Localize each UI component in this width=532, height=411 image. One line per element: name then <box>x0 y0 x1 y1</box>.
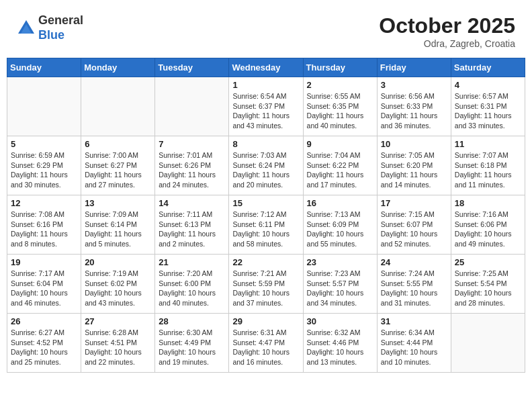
logo: General Blue <box>17 13 83 42</box>
calendar-day-cell: 26Sunrise: 6:27 AM Sunset: 4:52 PM Dayli… <box>7 314 81 373</box>
day-info: Sunrise: 7:25 AM Sunset: 5:54 PM Dayligh… <box>455 269 521 308</box>
calendar-day-cell <box>451 314 525 373</box>
day-info: Sunrise: 6:28 AM Sunset: 4:51 PM Dayligh… <box>85 328 151 367</box>
calendar-day-cell: 22Sunrise: 7:21 AM Sunset: 5:59 PM Dayli… <box>229 255 303 314</box>
title-block: October 2025 Odra, Zagreb, Croatia <box>379 13 515 49</box>
calendar-day-cell: 6Sunrise: 7:00 AM Sunset: 6:27 PM Daylig… <box>81 136 155 195</box>
calendar-day-header: Monday <box>81 58 155 77</box>
calendar-day-cell: 23Sunrise: 7:23 AM Sunset: 5:57 PM Dayli… <box>303 255 377 314</box>
day-number: 24 <box>381 257 447 267</box>
day-number: 2 <box>307 80 373 90</box>
day-number: 11 <box>455 139 521 149</box>
day-number: 30 <box>307 316 373 326</box>
day-info: Sunrise: 6:56 AM Sunset: 6:33 PM Dayligh… <box>381 91 447 131</box>
day-number: 28 <box>159 316 225 326</box>
day-info: Sunrise: 7:21 AM Sunset: 5:59 PM Dayligh… <box>232 269 299 308</box>
day-info: Sunrise: 7:09 AM Sunset: 6:14 PM Dayligh… <box>85 210 151 249</box>
calendar-day-cell: 12Sunrise: 7:08 AM Sunset: 6:16 PM Dayli… <box>7 195 81 255</box>
calendar-day-cell: 19Sunrise: 7:17 AM Sunset: 6:04 PM Dayli… <box>7 255 81 314</box>
day-number: 9 <box>307 139 373 149</box>
calendar-day-cell: 9Sunrise: 7:04 AM Sunset: 6:22 PM Daylig… <box>303 136 377 195</box>
calendar-day-header: Sunday <box>7 58 81 77</box>
page-header: General Blue October 2025 Odra, Zagreb, … <box>7 7 525 52</box>
calendar-day-cell: 13Sunrise: 7:09 AM Sunset: 6:14 PM Dayli… <box>81 195 155 255</box>
calendar-day-cell: 11Sunrise: 7:07 AM Sunset: 6:18 PM Dayli… <box>451 136 525 195</box>
calendar-header-row: SundayMondayTuesdayWednesdayThursdayFrid… <box>7 58 525 77</box>
day-number: 26 <box>11 316 77 326</box>
day-info: Sunrise: 7:15 AM Sunset: 6:07 PM Dayligh… <box>381 210 447 249</box>
calendar-day-cell: 24Sunrise: 7:24 AM Sunset: 5:55 PM Dayli… <box>377 255 451 314</box>
calendar-day-cell <box>155 77 229 136</box>
day-number: 6 <box>85 139 151 149</box>
calendar-week-row: 12Sunrise: 7:08 AM Sunset: 6:16 PM Dayli… <box>7 195 525 255</box>
calendar-day-cell: 28Sunrise: 6:30 AM Sunset: 4:49 PM Dayli… <box>155 314 229 373</box>
day-info: Sunrise: 6:54 AM Sunset: 6:37 PM Dayligh… <box>232 91 299 131</box>
day-number: 16 <box>307 198 373 208</box>
calendar-day-header: Thursday <box>303 58 377 77</box>
calendar-day-cell: 10Sunrise: 7:05 AM Sunset: 6:20 PM Dayli… <box>377 136 451 195</box>
day-number: 15 <box>232 198 299 208</box>
day-info: Sunrise: 6:55 AM Sunset: 6:35 PM Dayligh… <box>307 91 373 131</box>
day-number: 7 <box>159 139 225 149</box>
calendar-day-cell: 29Sunrise: 6:31 AM Sunset: 4:47 PM Dayli… <box>229 314 303 373</box>
day-info: Sunrise: 7:20 AM Sunset: 6:00 PM Dayligh… <box>159 269 225 308</box>
logo-blue-text: Blue <box>38 28 64 42</box>
calendar-day-cell <box>81 77 155 136</box>
calendar-day-cell: 8Sunrise: 7:03 AM Sunset: 6:24 PM Daylig… <box>229 136 303 195</box>
day-info: Sunrise: 7:00 AM Sunset: 6:27 PM Dayligh… <box>85 150 151 190</box>
day-info: Sunrise: 7:12 AM Sunset: 6:11 PM Dayligh… <box>232 210 299 249</box>
day-info: Sunrise: 6:34 AM Sunset: 4:44 PM Dayligh… <box>381 328 447 367</box>
day-number: 25 <box>455 257 521 267</box>
day-info: Sunrise: 7:05 AM Sunset: 6:20 PM Dayligh… <box>381 150 447 190</box>
calendar-day-cell: 30Sunrise: 6:32 AM Sunset: 4:46 PM Dayli… <box>303 314 377 373</box>
day-info: Sunrise: 7:16 AM Sunset: 6:06 PM Dayligh… <box>455 210 521 249</box>
calendar-week-row: 1Sunrise: 6:54 AM Sunset: 6:37 PM Daylig… <box>7 77 525 136</box>
day-info: Sunrise: 7:03 AM Sunset: 6:24 PM Dayligh… <box>232 150 299 190</box>
day-number: 3 <box>381 80 447 90</box>
calendar-day-cell: 20Sunrise: 7:19 AM Sunset: 6:02 PM Dayli… <box>81 255 155 314</box>
day-number: 27 <box>85 316 151 326</box>
day-number: 21 <box>159 257 225 267</box>
day-info: Sunrise: 6:27 AM Sunset: 4:52 PM Dayligh… <box>11 328 77 367</box>
location-text: Odra, Zagreb, Croatia <box>379 38 515 49</box>
day-info: Sunrise: 7:08 AM Sunset: 6:16 PM Dayligh… <box>11 210 77 249</box>
calendar-day-cell: 27Sunrise: 6:28 AM Sunset: 4:51 PM Dayli… <box>81 314 155 373</box>
calendar-day-cell: 14Sunrise: 7:11 AM Sunset: 6:13 PM Dayli… <box>155 195 229 255</box>
calendar-day-cell: 16Sunrise: 7:13 AM Sunset: 6:09 PM Dayli… <box>303 195 377 255</box>
calendar-day-cell: 4Sunrise: 6:57 AM Sunset: 6:31 PM Daylig… <box>451 77 525 136</box>
calendar-week-row: 26Sunrise: 6:27 AM Sunset: 4:52 PM Dayli… <box>7 314 525 373</box>
logo-general-text: General <box>38 13 83 27</box>
day-info: Sunrise: 7:24 AM Sunset: 5:55 PM Dayligh… <box>381 269 447 308</box>
calendar-day-header: Tuesday <box>155 58 229 77</box>
calendar-day-cell: 5Sunrise: 6:59 AM Sunset: 6:29 PM Daylig… <box>7 136 81 195</box>
calendar-week-row: 19Sunrise: 7:17 AM Sunset: 6:04 PM Dayli… <box>7 255 525 314</box>
calendar-day-cell: 21Sunrise: 7:20 AM Sunset: 6:00 PM Dayli… <box>155 255 229 314</box>
day-info: Sunrise: 7:17 AM Sunset: 6:04 PM Dayligh… <box>11 269 77 308</box>
day-info: Sunrise: 6:32 AM Sunset: 4:46 PM Dayligh… <box>307 328 373 367</box>
day-info: Sunrise: 7:23 AM Sunset: 5:57 PM Dayligh… <box>307 269 373 308</box>
day-number: 10 <box>381 139 447 149</box>
day-info: Sunrise: 7:13 AM Sunset: 6:09 PM Dayligh… <box>307 210 373 249</box>
day-number: 12 <box>11 198 77 208</box>
calendar-day-cell: 31Sunrise: 6:34 AM Sunset: 4:44 PM Dayli… <box>377 314 451 373</box>
day-info: Sunrise: 7:11 AM Sunset: 6:13 PM Dayligh… <box>159 210 225 249</box>
logo-icon <box>17 19 36 38</box>
day-info: Sunrise: 7:01 AM Sunset: 6:26 PM Dayligh… <box>159 150 225 190</box>
calendar-day-cell: 25Sunrise: 7:25 AM Sunset: 5:54 PM Dayli… <box>451 255 525 314</box>
calendar-day-cell: 17Sunrise: 7:15 AM Sunset: 6:07 PM Dayli… <box>377 195 451 255</box>
day-number: 5 <box>11 139 77 149</box>
day-number: 29 <box>232 316 299 326</box>
day-number: 17 <box>381 198 447 208</box>
day-number: 22 <box>232 257 299 267</box>
calendar-day-header: Wednesday <box>229 58 303 77</box>
day-info: Sunrise: 7:04 AM Sunset: 6:22 PM Dayligh… <box>307 150 373 190</box>
calendar-day-cell: 18Sunrise: 7:16 AM Sunset: 6:06 PM Dayli… <box>451 195 525 255</box>
day-info: Sunrise: 6:30 AM Sunset: 4:49 PM Dayligh… <box>159 328 225 367</box>
calendar-day-cell: 2Sunrise: 6:55 AM Sunset: 6:35 PM Daylig… <box>303 77 377 136</box>
calendar-day-header: Saturday <box>451 58 525 77</box>
calendar-table: SundayMondayTuesdayWednesdayThursdayFrid… <box>7 58 525 373</box>
calendar-day-header: Friday <box>377 58 451 77</box>
calendar-day-cell: 7Sunrise: 7:01 AM Sunset: 6:26 PM Daylig… <box>155 136 229 195</box>
day-number: 1 <box>232 80 299 90</box>
month-title: October 2025 <box>379 13 515 38</box>
